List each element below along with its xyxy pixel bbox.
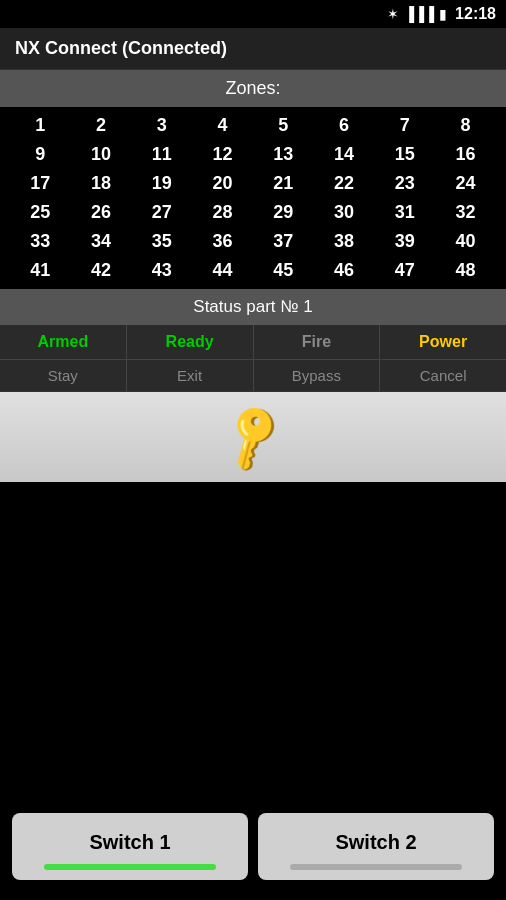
- zone-cell[interactable]: 22: [319, 173, 369, 194]
- zone-cell[interactable]: 33: [15, 231, 65, 252]
- status-icons: ✶ ▐▐▐ ▮: [387, 6, 447, 22]
- armed-indicator: Armed: [0, 325, 127, 359]
- stay-status: Stay: [0, 360, 127, 391]
- zone-cell[interactable]: 29: [258, 202, 308, 223]
- key-area: 🔑: [0, 392, 506, 482]
- zone-cell[interactable]: 6: [319, 115, 369, 136]
- switches-area: Switch 1 Switch 2: [0, 813, 506, 880]
- sub-status: Stay Exit Bypass Cancel: [0, 360, 506, 392]
- bluetooth-icon: ✶: [387, 6, 399, 22]
- zones-row: 3334353637383940: [10, 227, 496, 256]
- zone-cell[interactable]: 12: [198, 144, 248, 165]
- key-icon: 🔑: [213, 398, 293, 476]
- switch-2-button[interactable]: Switch 2: [258, 813, 494, 880]
- zone-cell[interactable]: 21: [258, 173, 308, 194]
- zone-cell[interactable]: 26: [76, 202, 126, 223]
- battery-icon: ▮: [439, 6, 447, 22]
- title-bar: NX Connect (Connected): [0, 28, 506, 70]
- zone-cell[interactable]: 24: [441, 173, 491, 194]
- zone-cell[interactable]: 15: [380, 144, 430, 165]
- zone-cell[interactable]: 16: [441, 144, 491, 165]
- zone-cell[interactable]: 44: [198, 260, 248, 281]
- zone-cell[interactable]: 37: [258, 231, 308, 252]
- zone-cell[interactable]: 45: [258, 260, 308, 281]
- zone-cell[interactable]: 46: [319, 260, 369, 281]
- zone-cell[interactable]: 25: [15, 202, 65, 223]
- zone-cell[interactable]: 34: [76, 231, 126, 252]
- zone-cell[interactable]: 10: [76, 144, 126, 165]
- power-indicator: Power: [380, 325, 506, 359]
- clock: 12:18: [455, 5, 496, 23]
- exit-status: Exit: [127, 360, 254, 391]
- app-title: NX Connect (Connected): [15, 38, 227, 58]
- zone-cell[interactable]: 40: [441, 231, 491, 252]
- ready-indicator: Ready: [127, 325, 254, 359]
- zones-row: 12345678: [10, 111, 496, 140]
- status-indicators: Armed Ready Fire Power: [0, 325, 506, 360]
- zone-cell[interactable]: 20: [198, 173, 248, 194]
- zone-cell[interactable]: 5: [258, 115, 308, 136]
- switch-1-indicator: [44, 864, 217, 870]
- status-bar: ✶ ▐▐▐ ▮ 12:18: [0, 0, 506, 28]
- zone-cell[interactable]: 8: [441, 115, 491, 136]
- zones-row: 910111213141516: [10, 140, 496, 169]
- zone-cell[interactable]: 43: [137, 260, 187, 281]
- zone-cell[interactable]: 27: [137, 202, 187, 223]
- zone-cell[interactable]: 17: [15, 173, 65, 194]
- zones-row: 1718192021222324: [10, 169, 496, 198]
- switch-1-label: Switch 1: [89, 831, 170, 854]
- bypass-status: Bypass: [254, 360, 381, 391]
- zones-grid: 1234567891011121314151617181920212223242…: [0, 107, 506, 289]
- zones-row: 2526272829303132: [10, 198, 496, 227]
- zone-cell[interactable]: 42: [76, 260, 126, 281]
- zone-cell[interactable]: 35: [137, 231, 187, 252]
- zone-cell[interactable]: 11: [137, 144, 187, 165]
- zone-cell[interactable]: 38: [319, 231, 369, 252]
- zone-cell[interactable]: 47: [380, 260, 430, 281]
- cancel-status: Cancel: [380, 360, 506, 391]
- signal-icon: ▐▐▐: [404, 6, 434, 22]
- zone-cell[interactable]: 23: [380, 173, 430, 194]
- fire-indicator: Fire: [254, 325, 381, 359]
- zones-header: Zones:: [0, 70, 506, 107]
- zone-cell[interactable]: 1: [15, 115, 65, 136]
- status-part-header: Status part № 1: [0, 289, 506, 325]
- zone-cell[interactable]: 39: [380, 231, 430, 252]
- zone-cell[interactable]: 31: [380, 202, 430, 223]
- zone-cell[interactable]: 9: [15, 144, 65, 165]
- zone-cell[interactable]: 14: [319, 144, 369, 165]
- zone-cell[interactable]: 41: [15, 260, 65, 281]
- switch-2-label: Switch 2: [335, 831, 416, 854]
- zone-cell[interactable]: 32: [441, 202, 491, 223]
- zone-cell[interactable]: 2: [76, 115, 126, 136]
- switch-1-button[interactable]: Switch 1: [12, 813, 248, 880]
- zone-cell[interactable]: 30: [319, 202, 369, 223]
- zones-row: 4142434445464748: [10, 256, 496, 285]
- zone-cell[interactable]: 19: [137, 173, 187, 194]
- zone-cell[interactable]: 18: [76, 173, 126, 194]
- zone-cell[interactable]: 4: [198, 115, 248, 136]
- zone-cell[interactable]: 36: [198, 231, 248, 252]
- zone-cell[interactable]: 13: [258, 144, 308, 165]
- zone-cell[interactable]: 28: [198, 202, 248, 223]
- switch-2-indicator: [290, 864, 463, 870]
- zone-cell[interactable]: 7: [380, 115, 430, 136]
- zone-cell[interactable]: 3: [137, 115, 187, 136]
- zone-cell[interactable]: 48: [441, 260, 491, 281]
